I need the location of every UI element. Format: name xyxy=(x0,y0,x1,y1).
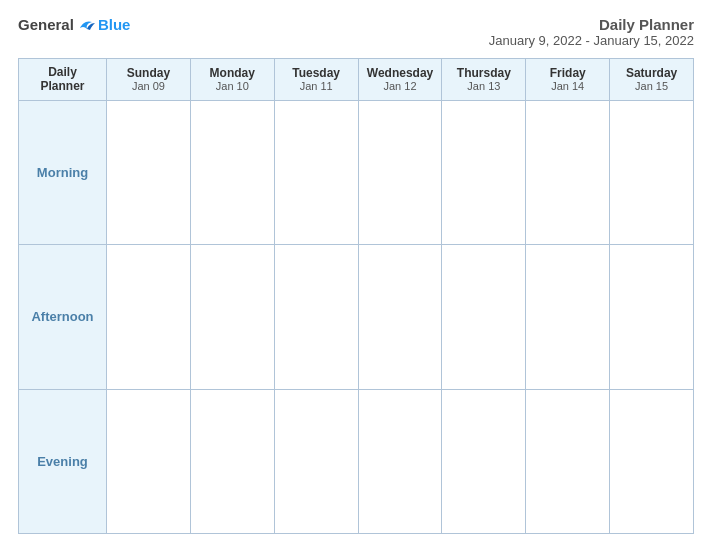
calendar-header-row: DailyPlanner Sunday Jan 09 Monday Jan 10… xyxy=(19,59,693,101)
morning-thursday-cell[interactable] xyxy=(442,101,526,244)
sunday-name: Sunday xyxy=(127,66,170,80)
header-label-cell: DailyPlanner xyxy=(19,59,107,100)
calendar: DailyPlanner Sunday Jan 09 Monday Jan 10… xyxy=(18,58,694,534)
logo-general: General xyxy=(18,16,74,33)
wednesday-name: Wednesday xyxy=(367,66,433,80)
evening-row: Evening xyxy=(19,390,693,533)
evening-wednesday-cell[interactable] xyxy=(359,390,443,533)
morning-monday-cell[interactable] xyxy=(191,101,275,244)
afternoon-thursday-cell[interactable] xyxy=(442,245,526,388)
tuesday-name: Tuesday xyxy=(292,66,340,80)
afternoon-row: Afternoon xyxy=(19,245,693,389)
evening-friday-cell[interactable] xyxy=(526,390,610,533)
afternoon-monday-cell[interactable] xyxy=(191,245,275,388)
monday-name: Monday xyxy=(210,66,255,80)
afternoon-label: Afternoon xyxy=(31,309,93,324)
afternoon-sunday-cell[interactable] xyxy=(107,245,191,388)
afternoon-tuesday-cell[interactable] xyxy=(275,245,359,388)
tuesday-date: Jan 11 xyxy=(300,80,333,92)
header-tuesday: Tuesday Jan 11 xyxy=(275,59,359,100)
header: General Blue Daily Planner January 9, 20… xyxy=(18,16,694,48)
thursday-name: Thursday xyxy=(457,66,511,80)
morning-label-cell: Morning xyxy=(19,101,107,244)
title-main: Daily Planner xyxy=(489,16,694,33)
calendar-body: Morning Afternoon xyxy=(19,101,693,533)
logo-bird-icon xyxy=(78,18,96,32)
logo-area: General Blue xyxy=(18,16,130,33)
page: General Blue Daily Planner January 9, 20… xyxy=(0,0,712,550)
morning-wednesday-cell[interactable] xyxy=(359,101,443,244)
wednesday-date: Jan 12 xyxy=(383,80,416,92)
friday-date: Jan 14 xyxy=(551,80,584,92)
header-wednesday: Wednesday Jan 12 xyxy=(359,59,443,100)
evening-label: Evening xyxy=(37,454,88,469)
header-saturday: Saturday Jan 15 xyxy=(610,59,693,100)
title-date: January 9, 2022 - January 15, 2022 xyxy=(489,33,694,48)
evening-saturday-cell[interactable] xyxy=(610,390,693,533)
logo-text: General Blue xyxy=(18,16,130,33)
evening-tuesday-cell[interactable] xyxy=(275,390,359,533)
morning-tuesday-cell[interactable] xyxy=(275,101,359,244)
morning-sunday-cell[interactable] xyxy=(107,101,191,244)
evening-label-cell: Evening xyxy=(19,390,107,533)
header-daily: DailyPlanner xyxy=(40,65,84,94)
afternoon-label-cell: Afternoon xyxy=(19,245,107,388)
morning-label: Morning xyxy=(37,165,88,180)
sunday-date: Jan 09 xyxy=(132,80,165,92)
saturday-name: Saturday xyxy=(626,66,677,80)
header-thursday: Thursday Jan 13 xyxy=(442,59,526,100)
thursday-date: Jan 13 xyxy=(467,80,500,92)
logo-blue: Blue xyxy=(98,16,131,33)
evening-sunday-cell[interactable] xyxy=(107,390,191,533)
header-friday: Friday Jan 14 xyxy=(526,59,610,100)
afternoon-saturday-cell[interactable] xyxy=(610,245,693,388)
header-sunday: Sunday Jan 09 xyxy=(107,59,191,100)
afternoon-friday-cell[interactable] xyxy=(526,245,610,388)
morning-saturday-cell[interactable] xyxy=(610,101,693,244)
morning-friday-cell[interactable] xyxy=(526,101,610,244)
header-monday: Monday Jan 10 xyxy=(191,59,275,100)
title-area: Daily Planner January 9, 2022 - January … xyxy=(489,16,694,48)
saturday-date: Jan 15 xyxy=(635,80,668,92)
friday-name: Friday xyxy=(550,66,586,80)
afternoon-wednesday-cell[interactable] xyxy=(359,245,443,388)
morning-row: Morning xyxy=(19,101,693,245)
monday-date: Jan 10 xyxy=(216,80,249,92)
evening-monday-cell[interactable] xyxy=(191,390,275,533)
evening-thursday-cell[interactable] xyxy=(442,390,526,533)
